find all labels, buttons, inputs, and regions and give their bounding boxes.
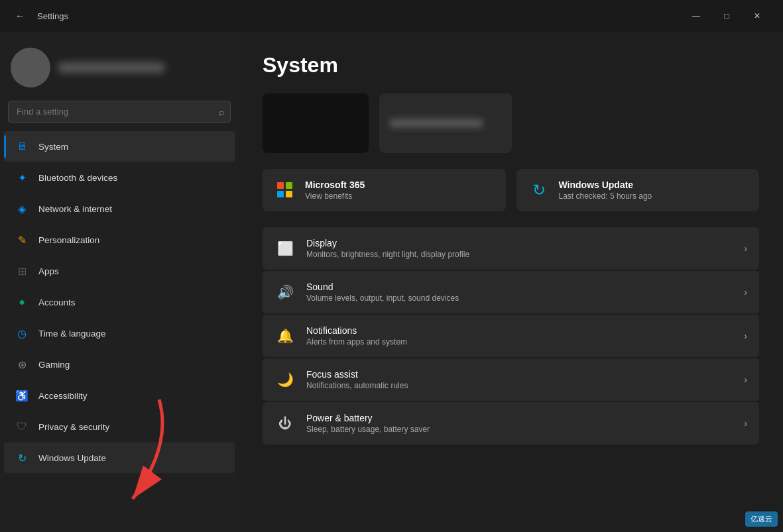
focus-title: Focus assist bbox=[306, 369, 733, 380]
main-content: System bbox=[239, 32, 783, 532]
ms365-subtitle: View benefits bbox=[305, 191, 365, 201]
sidebar-item-personalization[interactable]: ✎Personalization bbox=[4, 225, 235, 255]
apps-nav-icon: ⊞ bbox=[15, 264, 29, 278]
windowsupdate-nav-icon: ↻ bbox=[15, 451, 29, 465]
device-name-blurred bbox=[390, 119, 483, 128]
nav-list: 🖥System✦Bluetooth & devices◈Network & in… bbox=[0, 131, 239, 474]
windows-update-title: Windows Update bbox=[559, 180, 652, 190]
display-icon: ⬜ bbox=[274, 238, 296, 259]
sound-icon: 🔊 bbox=[274, 282, 296, 303]
notifications-chevron: › bbox=[744, 331, 747, 341]
system-nav-icon: 🖥 bbox=[15, 139, 29, 154]
close-button[interactable]: ✕ bbox=[742, 5, 772, 27]
ms365-text: Microsoft 365 View benefits bbox=[305, 180, 365, 201]
display-text: DisplayMonitors, brightness, night light… bbox=[306, 238, 733, 259]
sound-title: Sound bbox=[306, 282, 733, 292]
accessibility-nav-icon: ♿ bbox=[15, 388, 29, 403]
profile-name-blurred bbox=[58, 62, 164, 73]
power-desc: Sleep, battery usage, battery saver bbox=[306, 425, 733, 434]
focus-icon: 🌙 bbox=[274, 369, 296, 390]
sidebar-item-privacy[interactable]: 🛡Privacy & security bbox=[4, 411, 235, 442]
ms365-title: Microsoft 365 bbox=[305, 180, 365, 190]
power-title: Power & battery bbox=[306, 413, 733, 423]
bluetooth-nav-icon: ✦ bbox=[15, 170, 29, 185]
page-title: System bbox=[263, 53, 759, 78]
display-desc: Monitors, brightness, night light, displ… bbox=[306, 250, 733, 259]
sidebar-item-label-apps: Apps bbox=[38, 266, 59, 276]
sound-text: SoundVolume levels, output, input, sound… bbox=[306, 282, 733, 303]
focus-desc: Notifications, automatic rules bbox=[306, 381, 733, 390]
sidebar: ⌕ 🖥System✦Bluetooth & devices◈Network & … bbox=[0, 32, 239, 474]
notifications-icon: 🔔 bbox=[274, 325, 296, 346]
network-nav-icon: ◈ bbox=[15, 201, 29, 216]
power-chevron: › bbox=[744, 418, 747, 429]
maximize-button[interactable]: □ bbox=[711, 5, 742, 27]
windows-update-widget[interactable]: ↻ Windows Update Last checked: 5 hours a… bbox=[516, 169, 760, 211]
sidebar-item-label-personalization: Personalization bbox=[38, 235, 99, 245]
sidebar-item-label-gaming: Gaming bbox=[38, 360, 70, 370]
titlebar: ← Settings — □ ✕ bbox=[0, 0, 783, 32]
privacy-nav-icon: 🛡 bbox=[15, 419, 29, 434]
windows-update-text: Windows Update Last checked: 5 hours ago bbox=[559, 180, 652, 201]
sidebar-item-gaming[interactable]: ⊛Gaming bbox=[4, 349, 235, 380]
sidebar-item-label-time: Time & language bbox=[38, 329, 106, 339]
notifications-desc: Alerts from apps and system bbox=[306, 337, 733, 346]
settings-item-display[interactable]: ⬜DisplayMonitors, brightness, night ligh… bbox=[263, 227, 759, 270]
accounts-nav-icon: ● bbox=[15, 295, 29, 309]
settings-item-notifications[interactable]: 🔔NotificationsAlerts from apps and syste… bbox=[263, 315, 759, 357]
sidebar-item-accessibility[interactable]: ♿Accessibility bbox=[4, 380, 235, 411]
widget-row: Microsoft 365 View benefits ↻ Windows Up… bbox=[263, 169, 759, 211]
sidebar-item-label-privacy: Privacy & security bbox=[38, 422, 109, 432]
settings-list: ⬜DisplayMonitors, brightness, night ligh… bbox=[263, 227, 759, 445]
sidebar-item-windowsupdate[interactable]: ↻Windows Update bbox=[4, 443, 235, 473]
device-thumbnail bbox=[263, 93, 369, 153]
sidebar-item-system[interactable]: 🖥System bbox=[4, 131, 235, 162]
device-name-card bbox=[379, 93, 512, 153]
sidebar-item-label-network: Network & internet bbox=[38, 204, 112, 214]
time-nav-icon: ◷ bbox=[15, 326, 29, 341]
display-title: Display bbox=[306, 238, 733, 248]
focus-chevron: › bbox=[744, 374, 747, 385]
search-box: ⌕ bbox=[8, 101, 231, 123]
sidebar-item-bluetooth[interactable]: ✦Bluetooth & devices bbox=[4, 162, 235, 193]
gaming-nav-icon: ⊛ bbox=[15, 357, 29, 372]
display-chevron: › bbox=[744, 243, 747, 254]
notifications-text: NotificationsAlerts from apps and system bbox=[306, 325, 733, 346]
sidebar-item-apps[interactable]: ⊞Apps bbox=[4, 256, 235, 286]
notifications-title: Notifications bbox=[306, 325, 733, 336]
back-button[interactable]: ← bbox=[11, 7, 29, 25]
sidebar-profile bbox=[0, 37, 239, 101]
sidebar-item-network[interactable]: ◈Network & internet bbox=[4, 193, 235, 224]
search-icon: ⌕ bbox=[219, 107, 224, 117]
sidebar-item-label-accounts: Accounts bbox=[38, 297, 76, 307]
windows-update-subtitle: Last checked: 5 hours ago bbox=[559, 191, 652, 201]
window-title: Settings bbox=[37, 11, 68, 21]
sidebar-item-label-windowsupdate: Windows Update bbox=[38, 453, 106, 463]
ms365-icon bbox=[273, 178, 297, 202]
search-input[interactable] bbox=[8, 101, 231, 123]
settings-item-sound[interactable]: 🔊SoundVolume levels, output, input, soun… bbox=[263, 271, 759, 313]
focus-text: Focus assistNotifications, automatic rul… bbox=[306, 369, 733, 390]
back-icon: ← bbox=[15, 11, 25, 21]
microsoft365-widget[interactable]: Microsoft 365 View benefits bbox=[263, 169, 506, 211]
windows-update-icon: ↻ bbox=[527, 178, 551, 202]
minimize-button[interactable]: — bbox=[681, 5, 711, 27]
sound-chevron: › bbox=[744, 287, 747, 297]
sidebar-item-time[interactable]: ◷Time & language bbox=[4, 318, 235, 348]
settings-item-focus[interactable]: 🌙Focus assistNotifications, automatic ru… bbox=[263, 358, 759, 401]
personalization-nav-icon: ✎ bbox=[15, 233, 29, 247]
sidebar-item-label-bluetooth: Bluetooth & devices bbox=[38, 173, 117, 183]
sound-desc: Volume levels, output, input, sound devi… bbox=[306, 293, 733, 303]
sidebar-item-label-system: System bbox=[38, 142, 68, 152]
avatar bbox=[11, 48, 50, 87]
settings-item-power[interactable]: ⏻Power & batterySleep, battery usage, ba… bbox=[263, 402, 759, 445]
sidebar-item-accounts[interactable]: ●Accounts bbox=[4, 287, 235, 317]
top-cards bbox=[263, 93, 759, 153]
power-icon: ⏻ bbox=[274, 413, 296, 434]
power-text: Power & batterySleep, battery usage, bat… bbox=[306, 413, 733, 434]
sidebar-item-label-accessibility: Accessibility bbox=[38, 391, 88, 401]
watermark: 亿速云 bbox=[745, 511, 778, 527]
